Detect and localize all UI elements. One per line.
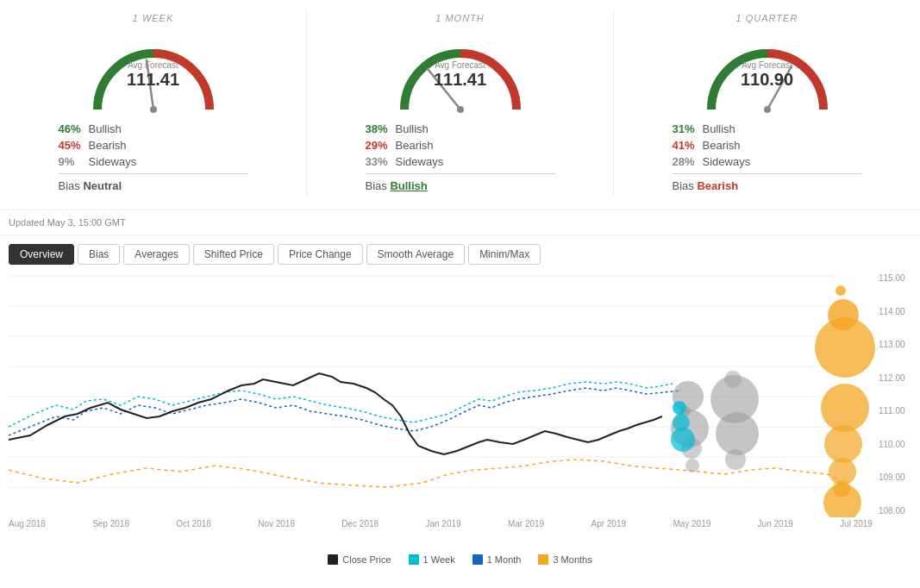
legend-close-price: Close Price xyxy=(328,554,391,565)
stat-sideways-1quarter: 28% Sideways xyxy=(673,155,862,168)
panel-1week: 1 WEEK Avg Forecast 111.41 46% Bullis xyxy=(0,9,307,197)
tab-bias[interactable]: Bias xyxy=(78,244,120,265)
legend-1month: 1 Month xyxy=(473,554,522,565)
legend-dot-1month xyxy=(473,554,483,565)
legend-label-1week: 1 Week xyxy=(423,554,455,565)
legend-3months: 3 Months xyxy=(538,554,591,565)
divider-1week xyxy=(59,173,248,174)
stats-1quarter: 31% Bullish 41% Bearish 28% Sideways Bia… xyxy=(673,122,862,192)
period-label-1month: 1 MONTH xyxy=(435,13,485,23)
bias-1month: Bias Bullish xyxy=(366,179,555,192)
legend-1week: 1 Week xyxy=(409,554,455,565)
updated-timestamp: Updated May 3, 15:00 GMT xyxy=(0,210,920,235)
bias-1week: Bias Neutral xyxy=(59,179,248,192)
x-axis: Aug 2018 Sep 2018 Oct 2018 Nov 2018 Dec … xyxy=(9,519,873,529)
divider-1month xyxy=(366,173,555,174)
gauge-label-1month: Avg Forecast 111.41 xyxy=(434,60,486,90)
bias-1quarter: Bias Bearish xyxy=(673,179,862,192)
chart-svg xyxy=(9,272,879,517)
stat-bullish-1month: 38% Bullish xyxy=(366,122,555,135)
stat-bearish-1month: 29% Bearish xyxy=(366,139,555,152)
stats-1month: 38% Bullish 29% Bearish 33% Sideways Bia… xyxy=(366,122,555,192)
svg-point-26 xyxy=(836,285,846,296)
gauge-label-1quarter: Avg Forecast 110.90 xyxy=(741,60,793,90)
tab-overview[interactable]: Overview xyxy=(9,244,74,265)
gauge-1week: Avg Forecast 111.41 xyxy=(76,28,231,114)
stats-1week: 46% Bullish 45% Bearish 9% Sideways Bias… xyxy=(59,122,248,192)
gauge-1month: Avg Forecast 111.41 xyxy=(383,28,538,114)
svg-point-5 xyxy=(764,106,771,113)
stat-bearish-1week: 45% Bearish xyxy=(59,139,248,152)
svg-point-23 xyxy=(673,401,686,415)
panel-1quarter: 1 QUARTER Avg Forecast 110.90 31% Bullis… xyxy=(614,9,920,197)
legend-dot-close xyxy=(328,554,338,565)
tab-shifted-price[interactable]: Shifted Price xyxy=(193,244,274,265)
legend-dot-3months xyxy=(538,554,548,565)
stat-sideways-1month: 33% Sideways xyxy=(366,155,555,168)
legend-label-3months: 3 Months xyxy=(553,554,591,565)
divider-1quarter xyxy=(673,173,862,174)
gauge-label-1week: Avg Forecast 111.41 xyxy=(127,60,179,90)
svg-point-22 xyxy=(725,449,746,470)
tab-bar: Overview Bias Averages Shifted Price Pri… xyxy=(0,235,920,272)
svg-point-1 xyxy=(150,106,157,113)
tab-averages[interactable]: Averages xyxy=(123,244,189,265)
stat-bearish-1quarter: 41% Bearish xyxy=(673,139,862,152)
svg-point-33 xyxy=(823,484,861,517)
tab-price-change[interactable]: Price Change xyxy=(278,244,363,265)
stat-bullish-1week: 46% Bullish xyxy=(59,122,248,135)
legend-dot-1week xyxy=(409,554,419,565)
chart-legend: Close Price 1 Week 1 Month 3 Months xyxy=(0,547,920,568)
svg-point-30 xyxy=(824,425,862,463)
tab-smooth-average[interactable]: Smooth Average xyxy=(366,244,466,265)
tab-minim-max[interactable]: Minim/Max xyxy=(468,244,541,265)
svg-point-21 xyxy=(716,412,759,455)
chart-area: 115.00 114.00 113.00 112.00 111.00 110.0… xyxy=(0,272,920,547)
panel-1month: 1 MONTH Avg Forecast 111.41 38% Bullish … xyxy=(307,9,614,197)
svg-point-25 xyxy=(671,428,695,452)
period-label-1quarter: 1 QUARTER xyxy=(736,13,798,23)
period-label-1week: 1 WEEK xyxy=(133,13,174,23)
stat-sideways-1week: 9% Sideways xyxy=(59,155,248,168)
stat-bullish-1quarter: 31% Bullish xyxy=(673,122,862,135)
svg-point-29 xyxy=(821,384,869,432)
legend-label-1month: 1 Month xyxy=(487,554,522,565)
svg-point-18 xyxy=(685,459,699,472)
svg-point-3 xyxy=(457,106,464,113)
legend-label-close: Close Price xyxy=(342,554,391,565)
forecast-section: 1 WEEK Avg Forecast 111.41 46% Bullis xyxy=(0,0,920,210)
gauge-1quarter: Avg Forecast 110.90 xyxy=(690,28,845,114)
y-axis: 115.00 114.00 113.00 112.00 111.00 110.0… xyxy=(877,272,920,517)
svg-point-28 xyxy=(815,317,875,378)
